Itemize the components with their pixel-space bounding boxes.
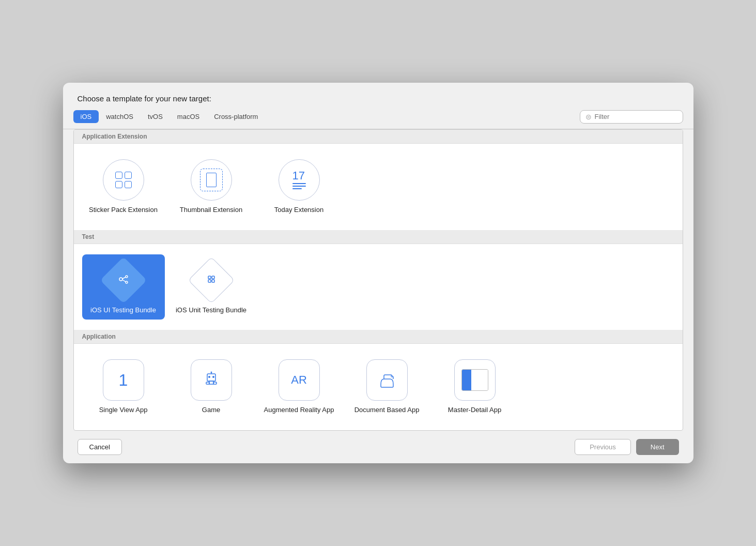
- ar-icon: AR: [279, 359, 320, 401]
- game-icon: [191, 359, 232, 401]
- document-based-icon: [366, 359, 408, 401]
- template-game[interactable]: Game: [170, 354, 253, 420]
- template-today[interactable]: 17 Today Extension: [258, 154, 341, 220]
- svg-point-2: [126, 281, 128, 283]
- section-application-extension: Application Extension: [74, 130, 683, 144]
- today-icon-wrap: 17: [279, 159, 320, 201]
- ar-label: Augmented Reality App: [264, 406, 334, 415]
- template-sticker-pack[interactable]: Sticker Pack Extension: [82, 154, 165, 220]
- dialog-title: Choose a template for your new target:: [63, 83, 693, 110]
- filter-input[interactable]: [595, 113, 677, 120]
- tab-cross-platform[interactable]: Cross-platform: [207, 110, 265, 123]
- sticker-pack-label: Sticker Pack Extension: [89, 206, 158, 215]
- svg-point-16: [210, 372, 212, 373]
- game-label: Game: [202, 406, 220, 415]
- template-thumbnail[interactable]: Thumbnail Extension: [170, 154, 253, 220]
- template-ios-ui-testing[interactable]: iOS UI Testing Bundle: [82, 254, 165, 320]
- document-based-label: Document Based App: [354, 406, 420, 415]
- svg-rect-5: [208, 276, 211, 279]
- sticker-pack-icon: [103, 159, 144, 201]
- ios-unit-testing-icon: [188, 256, 235, 304]
- master-detail-icon: [454, 359, 496, 401]
- template-chooser-dialog: Choose a template for your new target: i…: [63, 83, 693, 464]
- cancel-button[interactable]: Cancel: [78, 439, 122, 455]
- tab-watchos[interactable]: watchOS: [99, 110, 141, 123]
- thumbnail-icon: [191, 159, 232, 201]
- svg-point-0: [119, 278, 122, 281]
- ios-unit-testing-icon-wrap: [191, 260, 232, 301]
- svg-line-4: [122, 280, 126, 282]
- svg-rect-12: [213, 382, 217, 384]
- test-grid: iOS UI Testing Bundle: [74, 244, 683, 330]
- filter-box: ⊜: [580, 110, 683, 124]
- svg-rect-11: [206, 382, 209, 384]
- previous-button[interactable]: Previous: [575, 439, 631, 455]
- filter-icon: ⊜: [585, 113, 592, 121]
- svg-point-1: [126, 276, 128, 278]
- scrollable-area[interactable]: Application Extension Sticker Pack Exten…: [74, 130, 683, 431]
- tabs-bar: iOS watchOS tvOS macOS Cross-platform ⊜: [63, 110, 693, 129]
- tab-ios[interactable]: iOS: [73, 110, 99, 123]
- today-label: Today Extension: [274, 206, 323, 215]
- ios-ui-testing-icon: [100, 256, 147, 304]
- thumbnail-label: Thumbnail Extension: [180, 206, 242, 215]
- svg-point-13: [208, 376, 210, 378]
- single-view-label: Single View App: [99, 406, 148, 415]
- master-detail-label: Master-Detail App: [448, 406, 501, 415]
- ios-unit-testing-label: iOS Unit Testing Bundle: [176, 306, 246, 315]
- template-master-detail[interactable]: Master-Detail App: [434, 354, 516, 420]
- application-extension-grid: Sticker Pack Extension Thumbnail Extensi…: [74, 144, 683, 230]
- svg-rect-6: [212, 276, 214, 279]
- tab-tvos[interactable]: tvOS: [141, 110, 170, 123]
- section-test: Test: [74, 230, 683, 244]
- template-single-view[interactable]: 1 Single View App: [82, 354, 165, 420]
- single-view-icon: 1: [103, 359, 144, 401]
- ios-ui-testing-label: iOS UI Testing Bundle: [90, 306, 156, 315]
- footer-right: Previous Next: [575, 439, 678, 455]
- svg-rect-8: [212, 280, 214, 282]
- svg-point-14: [212, 376, 214, 378]
- svg-rect-7: [208, 280, 211, 282]
- dialog-footer: Cancel Previous Next: [63, 431, 693, 463]
- application-grid: 1 Single View App: [74, 344, 683, 430]
- template-ios-unit-testing[interactable]: iOS Unit Testing Bundle: [170, 254, 253, 320]
- svg-rect-10: [209, 381, 213, 384]
- ios-ui-testing-icon-wrap: [103, 260, 144, 301]
- next-button[interactable]: Next: [636, 439, 679, 455]
- content-area: Application Extension Sticker Pack Exten…: [73, 129, 683, 431]
- svg-line-3: [122, 277, 126, 279]
- tab-macos[interactable]: macOS: [170, 110, 207, 123]
- template-augmented-reality[interactable]: AR Augmented Reality App: [258, 354, 341, 420]
- template-document-based[interactable]: Document Based App: [346, 354, 428, 420]
- section-application: Application: [74, 330, 683, 344]
